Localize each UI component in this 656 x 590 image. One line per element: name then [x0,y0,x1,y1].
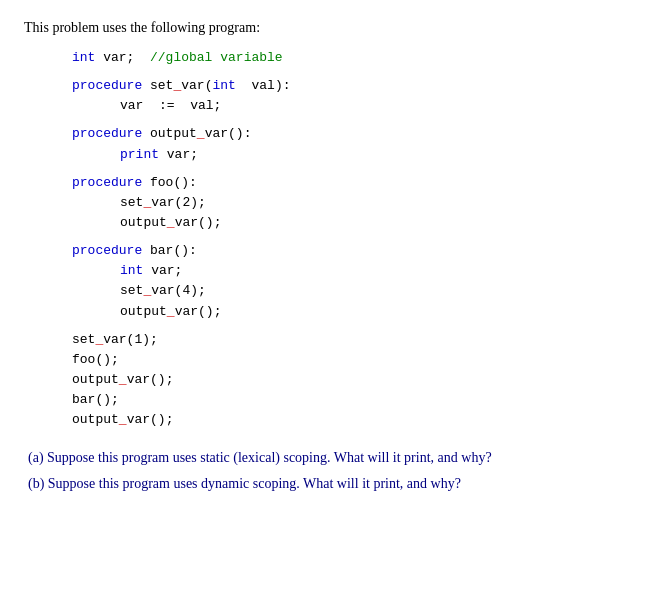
code-line-6: procedure foo(): [72,173,632,193]
code-line-13: set_var(1); [72,330,632,350]
question-a-label: (a) [28,450,44,465]
code-line-4: procedure output_var(): [72,124,632,144]
question-b: (b) Suppose this program uses dynamic sc… [24,476,632,492]
code-block: int var; //global variable procedure set… [72,48,632,430]
code-line-15: output_var(); [72,370,632,390]
code-line-8: output_var(); [120,213,632,233]
intro-text: This problem uses the following program: [24,20,632,36]
code-line-14: foo(); [72,350,632,370]
code-line-11: set_var(4); [120,281,632,301]
code-line-7: set_var(2); [120,193,632,213]
question-a: (a) Suppose this program uses static (le… [24,450,632,466]
code-line-17: output_var(); [72,410,632,430]
code-line-12: output_var(); [120,302,632,322]
code-line-3: var := val; [120,96,632,116]
question-b-text: Suppose this program uses dynamic scopin… [44,476,461,491]
question-b-label: (b) [28,476,44,491]
code-line-1: int var; //global variable [72,48,632,68]
question-a-text: Suppose this program uses static (lexica… [44,450,492,465]
code-line-9: procedure bar(): [72,241,632,261]
code-line-16: bar(); [72,390,632,410]
code-line-2: procedure set_var(int val): [72,76,632,96]
questions-section: (a) Suppose this program uses static (le… [24,450,632,492]
code-line-10: int var; [120,261,632,281]
code-line-5: print var; [120,145,632,165]
